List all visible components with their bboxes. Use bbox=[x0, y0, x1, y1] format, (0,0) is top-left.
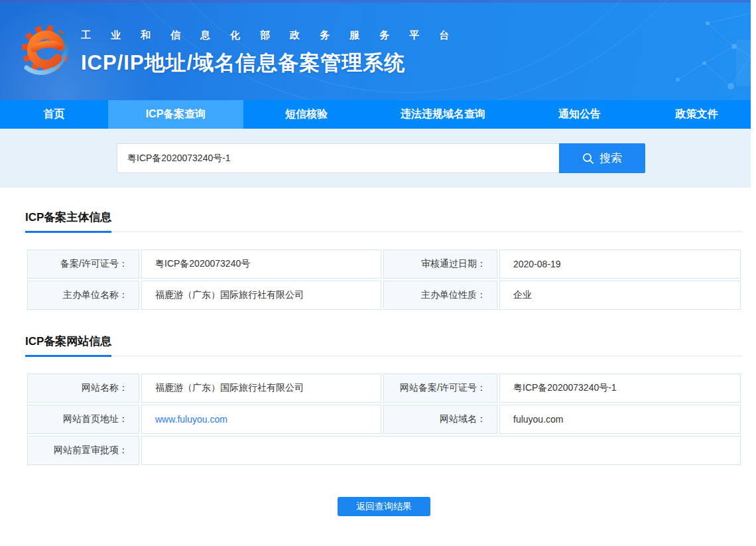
organizer-nature-value: 企业 bbox=[499, 281, 741, 310]
organizer-name-label: 主办单位名称： bbox=[27, 281, 139, 310]
website-section-title: ICP备案网站信息 bbox=[25, 334, 111, 357]
nav-item-policy-documents[interactable]: 政策文件 bbox=[643, 100, 751, 129]
preapproval-label: 网站前置审批项： bbox=[27, 436, 139, 465]
main-nav: 首页 ICP备案查询 短信核验 违法违规域名查询 通知公告 政策文件 bbox=[0, 100, 751, 129]
table-row: 网站首页地址： www.fuluyou.com 网站域名： fuluyou.co… bbox=[27, 405, 741, 434]
nav-item-sms-verification[interactable]: 短信核验 bbox=[243, 100, 369, 129]
nav-item-home[interactable]: 首页 bbox=[0, 100, 108, 129]
site-name-value: 福鹿游（广东）国际旅行社有限公司 bbox=[141, 374, 381, 403]
homepage-label: 网站首页地址： bbox=[27, 405, 139, 434]
miit-gear-e-logo-icon bbox=[20, 20, 72, 81]
organizer-nature-label: 主办单位性质： bbox=[383, 281, 497, 310]
domain-label: 网站域名： bbox=[383, 405, 497, 434]
constellation-decor-icon bbox=[572, 0, 751, 100]
table-row: 网站前置审批项： bbox=[27, 436, 741, 465]
search-button-label: 搜索 bbox=[599, 151, 622, 166]
license-number-value: 粤ICP备2020073240号 bbox=[141, 249, 381, 279]
homepage-value-cell: www.fuluyou.com bbox=[141, 405, 381, 434]
subject-info-table: 备案/许可证号： 粤ICP备2020073240号 审核通过日期： 2020-0… bbox=[25, 247, 743, 312]
preapproval-value bbox=[141, 436, 741, 465]
nav-item-notices[interactable]: 通知公告 bbox=[517, 100, 643, 129]
search-button[interactable]: 搜索 bbox=[559, 143, 645, 173]
subject-section-title: ICP备案主体信息 bbox=[25, 210, 111, 233]
site-license-value: 粤ICP备2020073240号-1 bbox=[499, 374, 741, 403]
homepage-link[interactable]: www.fuluyou.com bbox=[155, 414, 227, 425]
website-section-head: ICP备案网站信息 bbox=[25, 334, 743, 356]
website-info-table: 网站名称： 福鹿游（广东）国际旅行社有限公司 网站备案/许可证号： 粤ICP备2… bbox=[25, 372, 743, 467]
nav-item-illegal-domain-query[interactable]: 违法违规域名查询 bbox=[369, 100, 517, 129]
brand-block: 工业和信息化部政务服务平台 ICP/IP地址/域名信息备案管理系统 bbox=[20, 20, 469, 81]
site-header: 工业和信息化部政务服务平台 ICP/IP地址/域名信息备案管理系统 bbox=[0, 0, 751, 100]
system-title: ICP/IP地址/域名信息备案管理系统 bbox=[81, 49, 469, 77]
search-input[interactable] bbox=[117, 143, 559, 173]
footer-actions: 返回查询结果 bbox=[25, 497, 743, 516]
table-row: 网站名称： 福鹿游（广东）国际旅行社有限公司 网站备案/许可证号： 粤ICP备2… bbox=[27, 374, 741, 403]
table-row: 备案/许可证号： 粤ICP备2020073240号 审核通过日期： 2020-0… bbox=[27, 249, 741, 279]
search-section: 搜索 bbox=[0, 129, 751, 188]
organizer-name-value: 福鹿游（广东）国际旅行社有限公司 bbox=[141, 281, 381, 310]
review-date-value: 2020-08-19 bbox=[499, 249, 741, 279]
license-number-label: 备案/许可证号： bbox=[27, 249, 139, 279]
domain-value: fuluyou.com bbox=[499, 405, 741, 434]
subject-section-head: ICP备案主体信息 bbox=[25, 210, 743, 232]
result-content: ICP备案主体信息 备案/许可证号： 粤ICP备2020073240号 审核通过… bbox=[0, 210, 756, 516]
table-row: 主办单位名称： 福鹿游（广东）国际旅行社有限公司 主办单位性质： 企业 bbox=[27, 281, 741, 310]
site-license-label: 网站备案/许可证号： bbox=[383, 374, 497, 403]
review-date-label: 审核通过日期： bbox=[383, 249, 497, 279]
back-to-results-button[interactable]: 返回查询结果 bbox=[338, 497, 430, 516]
magnifier-icon bbox=[582, 153, 594, 165]
nav-item-icp-record-query[interactable]: ICP备案查询 bbox=[108, 100, 243, 129]
site-name-label: 网站名称： bbox=[27, 374, 139, 403]
platform-title: 工业和信息化部政务服务平台 bbox=[81, 29, 469, 42]
